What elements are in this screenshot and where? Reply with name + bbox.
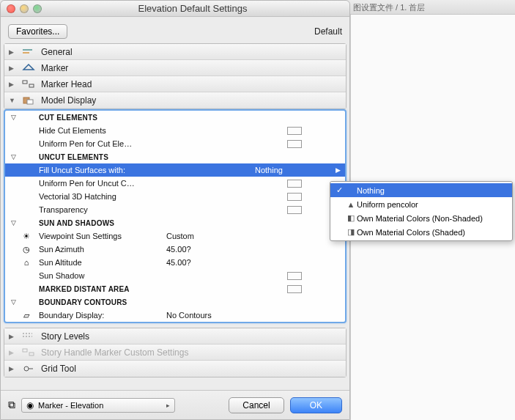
window-title: Elevation Default Settings — [42, 3, 344, 14]
chevron-right-icon: ▶ — [9, 333, 16, 340]
chevron-down-icon: ▽ — [8, 153, 18, 161]
row-vectorial-hatching[interactable]: Vectorial 3D Hatching — [5, 190, 345, 203]
chevron-down-icon: ▽ — [8, 114, 18, 121]
row-sun-azimuth[interactable]: ◷ Sun Azimuth 45.00? — [5, 243, 345, 256]
marker-head-icon — [22, 80, 35, 89]
grid-tool-icon — [22, 364, 35, 373]
dropdown-arrow-icon: ▶ — [336, 166, 341, 174]
chevron-right-icon: ▶ — [9, 365, 16, 372]
chevron-right-icon: ▶ — [9, 48, 16, 56]
accordion-story-handle-marker: ▶ Story Handle Marker Custom Settings — [4, 345, 346, 361]
group-boundary-contours[interactable]: ▽ BOUNDARY CONTOURS — [5, 295, 345, 309]
row-hide-cut[interactable]: Hide Cut Elements — [5, 124, 345, 137]
background-breadcrumb: 图设置文件 / 1. 首层 — [350, 0, 515, 15]
checkbox-sun-shadow[interactable] — [287, 272, 302, 280]
model-display-icon — [22, 96, 35, 105]
favorites-button[interactable]: Favorites... — [8, 24, 67, 39]
accordion-modeldisplay[interactable]: ▼ Model Display — [4, 92, 346, 108]
group-marked-distant[interactable]: MARKED DISTANT AREA — [5, 282, 345, 295]
dialog-bottombar: ⧉ ◉ Marker - Elevation Cancel OK — [1, 390, 349, 419]
general-icon — [22, 48, 35, 56]
material-nonshaded-icon: ◧ — [345, 213, 357, 223]
row-sun-shadow[interactable]: Sun Shadow — [5, 269, 345, 282]
bottom-accordion: ▶ Story Levels ▶ Story Handle Marker Cus… — [4, 328, 347, 377]
accordion-marker[interactable]: ▶ Marker — [4, 60, 346, 76]
layer-select[interactable]: ◉ Marker - Elevation — [21, 398, 175, 413]
svg-rect-9 — [23, 349, 27, 352]
accordion-label: Marker — [41, 63, 68, 73]
sun-settings-icon: ☀ — [18, 232, 34, 241]
svg-rect-6 — [27, 100, 33, 104]
svg-rect-4 — [29, 84, 34, 87]
row-fill-uncut[interactable]: Fill Uncut Surfaces with: Nothing ▶ — [5, 163, 345, 177]
boundary-icon: ▱ — [18, 311, 34, 320]
svg-point-11 — [24, 366, 29, 371]
svg-rect-3 — [23, 81, 27, 84]
altitude-icon: ⌂ — [18, 258, 34, 267]
checkbox-vec-hatch[interactable] — [287, 193, 302, 201]
menuitem-uniform-pencolor[interactable]: ▲ Uniform pencolor — [330, 197, 512, 211]
accordion-general[interactable]: ▶ General — [4, 44, 346, 60]
layer-name: Marker - Elevation — [38, 401, 103, 410]
checkbox-uniform-cut[interactable] — [287, 140, 302, 148]
checkbox-marked-distant[interactable] — [287, 285, 302, 293]
row-uniform-uncut-pen[interactable]: Uniform Pen for Uncut C… — [5, 177, 345, 190]
zoom-icon[interactable] — [33, 4, 42, 13]
close-icon[interactable] — [7, 4, 15, 13]
story-handle-icon — [22, 348, 35, 357]
chevron-right-icon: ▶ — [9, 65, 16, 72]
accordion-markerhead[interactable]: ▶ Marker Head — [4, 76, 346, 92]
menuitem-own-material-shaded[interactable]: ◨ Own Material Colors (Shaded) — [330, 225, 512, 239]
accordion-story-levels[interactable]: ▶ Story Levels — [4, 328, 346, 345]
row-uniform-cut-pen[interactable]: Uniform Pen for Cut Ele… — [5, 137, 345, 150]
ok-button[interactable]: OK — [290, 397, 342, 413]
chevron-down-icon: ▼ — [9, 97, 16, 104]
accordion-label: Model Display — [41, 95, 96, 106]
svg-marker-2 — [23, 65, 34, 70]
minimize-icon[interactable] — [20, 4, 29, 13]
accordion-label: General — [41, 47, 73, 57]
group-uncut-elements[interactable]: ▽ UNCUT ELEMENTS — [5, 150, 345, 163]
checkbox-hide-cut[interactable] — [287, 127, 302, 135]
group-cut-elements[interactable]: ▽ CUT ELEMENTS — [5, 111, 345, 124]
menuitem-own-material-nonshaded[interactable]: ◧ Own Material Colors (Non-Shaded) — [330, 211, 512, 225]
eye-icon: ◉ — [26, 400, 34, 410]
window-controls — [7, 4, 42, 13]
pencolor-icon: ▲ — [345, 200, 357, 209]
accordion-label: Marker Head — [41, 79, 92, 89]
azimuth-icon: ◷ — [18, 245, 34, 254]
checkbox-transparency[interactable] — [287, 206, 302, 214]
row-boundary-display[interactable]: ▱ Boundary Display: No Contours — [5, 309, 345, 322]
svg-rect-10 — [29, 353, 34, 355]
chevron-right-icon: ▶ — [9, 81, 16, 88]
fill-uncut-popup: ✓ Nothing ▲ Uniform pencolor ◧ Own Mater… — [330, 181, 513, 241]
chevron-down-icon: ▽ — [8, 219, 18, 226]
material-shaded-icon: ◨ — [345, 227, 357, 237]
settings-dialog: Elevation Default Settings Favorites... … — [0, 0, 350, 420]
chevron-down-icon: ▽ — [8, 298, 18, 306]
default-label: Default — [314, 24, 342, 39]
cancel-button[interactable]: Cancel — [229, 397, 284, 413]
row-viewpoint-sun[interactable]: ☀ Viewpoint Sun Settings Custom — [5, 229, 345, 243]
model-display-panel: ▽ CUT ELEMENTS Hide Cut Elements Uniform… — [4, 109, 347, 323]
accordion-grid-tool[interactable]: ▶ Grid Tool — [4, 361, 346, 377]
marker-icon — [22, 64, 35, 73]
elevation-tool-icon: ⧉ — [8, 399, 15, 411]
checkbox-uniform-uncut[interactable] — [287, 180, 302, 188]
titlebar: Elevation Default Settings — [1, 1, 349, 17]
check-icon: ✓ — [333, 185, 345, 195]
chevron-right-icon: ▶ — [9, 349, 16, 356]
menuitem-nothing[interactable]: ✓ Nothing — [330, 183, 512, 197]
story-levels-icon — [22, 332, 35, 341]
row-sun-altitude[interactable]: ⌂ Sun Altitude 45.00? — [5, 256, 345, 269]
row-transparency[interactable]: Transparency — [5, 203, 345, 216]
top-accordion: ▶ General ▶ Marker ▶ Marker Head ▼ M — [4, 43, 347, 109]
group-sun-shadows[interactable]: ▽ SUN AND SHADOWS — [5, 216, 345, 229]
